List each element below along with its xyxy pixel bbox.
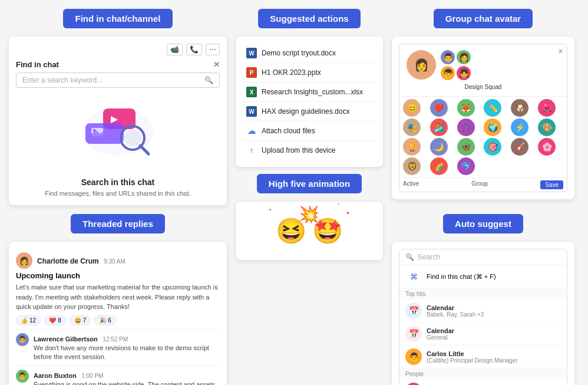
grid-avatar-11[interactable]: ⚡ — [511, 119, 528, 136]
grid-avatar-13[interactable]: 🏆 — [403, 138, 421, 156]
grid-avatar-2[interactable]: ❤️ — [430, 99, 448, 117]
reaction-laugh[interactable]: 😄 7 — [70, 315, 91, 325]
group-close-icon[interactable]: ✕ — [558, 48, 563, 55]
top-hits-label: Top hits — [399, 288, 567, 300]
suggested-item-3[interactable]: X Research Insights_custom...xlsx — [243, 83, 376, 102]
suggested-file-4: HAX design guidelines.docx — [262, 107, 349, 116]
reply-avatar-2: 👨 — [16, 370, 29, 383]
highfive-emojis: 😆 💥 🤩 ✦ ✦ ✦ — [276, 210, 343, 248]
result-2-sub: General — [427, 334, 454, 341]
result-3-name: Carlos Little — [427, 350, 518, 357]
autosuggest-result-1[interactable]: 📅 Calendar Babek, Ray, Sarah +3 — [399, 300, 567, 323]
suggested-item-4[interactable]: W HAX design guidelines.docx — [243, 102, 376, 121]
sparkle-3: ✦ — [269, 208, 272, 212]
reaction-heart[interactable]: ❤️ 8 — [44, 315, 66, 325]
grid-avatar-19[interactable]: 🦁 — [403, 157, 421, 175]
group-active-label: Active — [403, 180, 419, 189]
svg-point-8 — [124, 130, 141, 146]
group-label: Group chat avatar — [434, 9, 533, 28]
reply-content-1: Lawrence Gilbertson 12:52 PM We don't ha… — [34, 333, 220, 362]
grid-avatar-5[interactable]: 🐶 — [511, 99, 528, 117]
video-icon[interactable]: 📹 — [167, 44, 183, 55]
autosuggest-find-chat[interactable]: ⌘ Find in this chat (⌘ + F) — [399, 265, 567, 288]
suggested-item-2[interactable]: P H1 OKR 2023.pptx — [243, 63, 376, 83]
grid-avatar-16[interactable]: 🎯 — [484, 138, 501, 156]
grid-avatar-18[interactable]: 🌸 — [538, 138, 556, 156]
thread-body: Let's make sure that our marketing mater… — [16, 282, 220, 312]
search-icon: 🔍 — [204, 76, 213, 84]
grid-avatar-15[interactable]: 🦋 — [457, 138, 475, 156]
thread-author-name: Charlotte de Crum — [37, 257, 99, 265]
reaction-party[interactable]: 🎉 6 — [94, 315, 116, 325]
grid-avatar-20[interactable]: 🌈 — [430, 157, 448, 175]
reply-content-2: Aaron Buxton 1:00 PM Everything is good … — [34, 370, 220, 385]
thread-author-row: 👩 Charlotte de Crum 9:30 AM — [16, 252, 220, 269]
suggested-item-5[interactable]: ☁ Attach cloud files — [243, 121, 376, 141]
carlos-avatar: 👨 — [405, 348, 422, 365]
close-icon[interactable]: ✕ — [213, 60, 220, 69]
grid-avatar-4[interactable]: ✏️ — [484, 99, 501, 117]
autosuggest-search-bar[interactable]: 🔍 Search — [399, 249, 567, 265]
grid-avatar-1[interactable]: 😊 — [403, 99, 421, 117]
group-avatars-main: 👩 👨 👩 👦 👧 — [403, 48, 558, 83]
thread-reactions: 👍 12 ❤️ 8 😄 7 🎉 6 — [16, 315, 220, 325]
suggested-file-1: Demo script tryout.docx — [262, 49, 336, 57]
suggested-cloud: Attach cloud files — [262, 127, 315, 135]
find-chat-card: 📹 📞 ⋯ Find in chat ✕ Enter a search keyw… — [9, 37, 227, 205]
find-caption-title: Search in this chat — [16, 177, 220, 187]
grid-avatar-3[interactable]: 🦊 — [457, 99, 475, 117]
thread-reply-2: 👨 Aaron Buxton 1:00 PM Everything is goo… — [16, 366, 220, 385]
call-icon[interactable]: 📞 — [186, 44, 202, 55]
search-placeholder: Enter a search keyword... — [22, 76, 103, 84]
threaded-label: Threaded replies — [71, 214, 165, 233]
suggested-item-6[interactable]: ↑ Upload from this device — [243, 141, 376, 160]
calendar-blue-icon: 📅 — [405, 302, 422, 319]
cloud-icon: ☁ — [246, 126, 257, 136]
sub-avatar-2: 👩 — [457, 50, 471, 64]
autosuggest-card: 🔍 Search ⌘ Find in this chat (⌘ + F) Top… — [392, 242, 574, 385]
result-1-sub: Babek, Ray, Sarah +3 — [427, 311, 484, 318]
sparkle-2: ✦ — [337, 202, 340, 206]
grid-avatar-10[interactable]: 🌍 — [484, 119, 501, 136]
group-save-button[interactable]: Save — [540, 180, 563, 189]
ppt-icon: P — [246, 67, 257, 78]
reply-text-1: We don't have any more revisions to make… — [34, 344, 220, 362]
reaction-thumbsup[interactable]: 👍 12 — [16, 315, 41, 325]
search-placeholder: Search — [418, 253, 440, 261]
group-chat-card: ✕ 👩 👨 👩 👦 👧 Design Squad 😊 ❤️ — [392, 37, 574, 199]
sub-avatar-4: 👧 — [457, 66, 471, 80]
autosuggest-section-label: Auto suggest — [443, 214, 523, 233]
grid-avatar-8[interactable]: 🏄 — [430, 119, 448, 136]
threaded-card: 👩 Charlotte de Crum 9:30 AM Upcoming lau… — [9, 242, 227, 385]
autosuggest-cassandra[interactable]: 👩 Cassandra Dunn (CASDUN) Principal Desi… — [399, 380, 567, 385]
result-2-name: Calendar — [427, 327, 454, 334]
people-label: People — [399, 368, 567, 380]
find-search-box[interactable]: Enter a search keyword... 🔍 — [16, 73, 220, 88]
result-3-info: Carlos Little (Caltlite) Principal Desig… — [427, 350, 518, 364]
grid-avatar-14[interactable]: 🌙 — [430, 138, 448, 156]
result-1-name: Calendar — [427, 304, 484, 311]
upload-icon: ↑ — [246, 145, 257, 156]
autosuggest-result-2[interactable]: 📅 Calendar General — [399, 323, 567, 345]
grid-avatar-7[interactable]: 🎭 — [403, 119, 421, 136]
suggested-item-1[interactable]: W Demo script tryout.docx — [243, 44, 376, 63]
grid-avatar-9[interactable]: 🎵 — [457, 119, 475, 136]
excel-icon: X — [246, 87, 257, 97]
find-toolbar: 📹 📞 ⋯ — [16, 44, 220, 55]
find-caption: Search in this chat Find messages, files… — [16, 177, 220, 198]
reply-text-2: Everything is good on the website side. … — [34, 380, 220, 385]
grid-avatar-6[interactable]: 🌺 — [538, 99, 556, 117]
reply-author-1: Lawrence Gilbertson — [34, 335, 98, 343]
grid-avatar-17[interactable]: 🎸 — [511, 138, 528, 156]
thread-reply-1: 👨 Lawrence Gilbertson 12:52 PM We don't … — [16, 329, 220, 366]
grid-avatar-12[interactable]: 🎨 — [538, 119, 556, 136]
calendar-red-icon: 📅 — [405, 325, 422, 342]
grid-avatar-21[interactable]: 🐬 — [457, 157, 475, 175]
result-3-sub: (Caltlite) Principal Design Manager — [427, 357, 518, 364]
autosuggest-result-3[interactable]: 👨 Carlos Little (Caltlite) Principal Des… — [399, 345, 567, 368]
more-icon[interactable]: ⋯ — [206, 44, 220, 55]
find-illustration — [16, 94, 220, 177]
suggested-label: Suggested actions — [258, 9, 360, 28]
group-inner: ✕ 👩 👨 👩 👦 👧 Design Squad 😊 ❤️ — [399, 44, 567, 192]
group-footer: Active Group Save — [399, 177, 567, 192]
